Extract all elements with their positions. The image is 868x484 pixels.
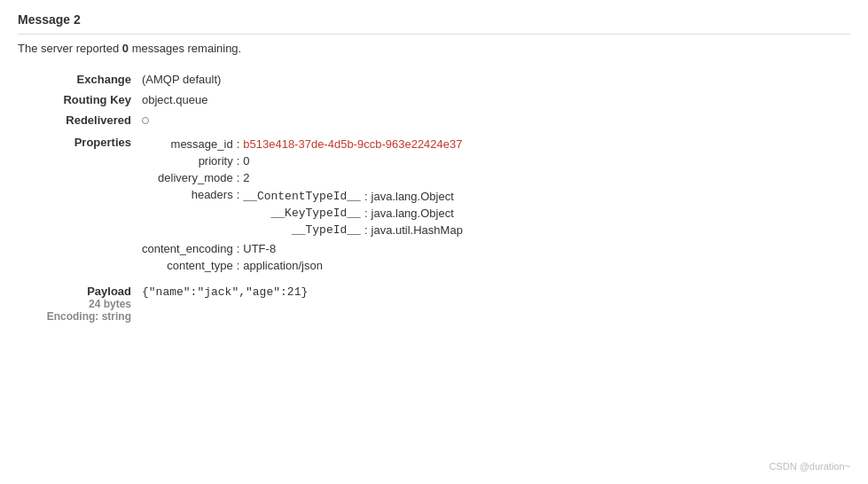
exchange-value: (AMQP default) bbox=[142, 69, 850, 90]
header-colon-1: : bbox=[364, 205, 371, 222]
prop-message-id-value: b513e418-37de-4d5b-9ccb-963e22424e37 bbox=[243, 136, 470, 152]
prop-priority-row: priority : 0 bbox=[142, 152, 470, 169]
exchange-row: Exchange (AMQP default) bbox=[18, 69, 850, 90]
message-title: Message 2 bbox=[18, 12, 850, 35]
prop-priority-colon: : bbox=[237, 152, 244, 169]
prop-content-type-label: content_type bbox=[142, 257, 237, 274]
routing-key-value: object.queue bbox=[142, 90, 850, 110]
redelivered-dot bbox=[142, 117, 149, 124]
prop-content-type-colon: : bbox=[237, 257, 244, 274]
header-row-1: __KeyTypeId__:java.lang.Object bbox=[243, 205, 466, 222]
prop-message-id-colon: : bbox=[237, 136, 244, 152]
prop-priority-value: 0 bbox=[243, 152, 470, 169]
prop-delivery-mode-value: 2 bbox=[243, 169, 470, 186]
prop-content-type-row: content_type : application/json bbox=[142, 257, 470, 274]
routing-key-label: Routing Key bbox=[18, 90, 142, 110]
redelivered-label: Redelivered bbox=[18, 110, 142, 130]
header-value-1: java.lang.Object bbox=[371, 205, 466, 222]
header-value-0: java.lang.Object bbox=[371, 188, 466, 205]
header-key-2: __TypeId__ bbox=[243, 222, 364, 238]
server-message-text: The server reported bbox=[18, 42, 119, 55]
prop-delivery-mode-row: delivery_mode : 2 bbox=[142, 169, 470, 186]
page-container: Message 2 The server reported 0 messages… bbox=[0, 0, 868, 484]
payload-size: 24 bytes bbox=[18, 298, 131, 310]
header-value-2: java.util.HashMap bbox=[371, 222, 466, 238]
prop-content-encoding-label: content_encoding bbox=[142, 240, 237, 257]
payload-encoding: Encoding: string bbox=[18, 310, 131, 323]
prop-delivery-mode-colon: : bbox=[237, 169, 244, 186]
header-colon-0: : bbox=[364, 188, 371, 205]
server-info: The server reported 0 messages remaining… bbox=[18, 42, 850, 55]
message-id-text: b513e418-37de-4d5b-9ccb-963e22424e37 bbox=[243, 137, 462, 151]
fields-table: Exchange (AMQP default) Routing Key obje… bbox=[18, 69, 850, 326]
payload-label-cell: Payload 24 bytes Encoding: string bbox=[18, 277, 142, 326]
prop-message-id-label: message_id bbox=[142, 136, 237, 152]
prop-content-encoding-value: UTF-8 bbox=[243, 240, 470, 257]
prop-headers-row: headers : __ContentTypeId__:java.lang.Ob… bbox=[142, 186, 470, 240]
prop-headers-value: __ContentTypeId__:java.lang.Object__KeyT… bbox=[243, 186, 470, 240]
redelivered-row: Redelivered bbox=[18, 110, 850, 130]
payload-label: Payload bbox=[18, 285, 131, 298]
header-colon-2: : bbox=[364, 222, 371, 238]
watermark: CSDN @duration~ bbox=[769, 461, 850, 472]
payload-value: {"name":"jack","age":21} bbox=[142, 277, 850, 326]
messages-remaining-text: messages remaining. bbox=[132, 42, 242, 55]
header-key-1: __KeyTypeId__ bbox=[243, 205, 364, 222]
payload-content: {"name":"jack","age":21} bbox=[142, 282, 308, 299]
exchange-label: Exchange bbox=[18, 69, 142, 90]
prop-headers-label: headers bbox=[142, 186, 237, 240]
prop-content-encoding-colon: : bbox=[237, 240, 244, 257]
payload-row: Payload 24 bytes Encoding: string {"name… bbox=[18, 277, 850, 326]
header-row-0: __ContentTypeId__:java.lang.Object bbox=[243, 188, 466, 205]
properties-table: message_id : b513e418-37de-4d5b-9ccb-963… bbox=[142, 136, 470, 274]
header-key-0: __ContentTypeId__ bbox=[243, 188, 364, 205]
routing-key-row: Routing Key object.queue bbox=[18, 90, 850, 110]
prop-content-encoding-row: content_encoding : UTF-8 bbox=[142, 240, 470, 257]
redelivered-value bbox=[142, 110, 850, 130]
prop-message-id-row: message_id : b513e418-37de-4d5b-9ccb-963… bbox=[142, 136, 470, 152]
properties-label: Properties bbox=[18, 130, 142, 277]
properties-row: Properties message_id : b513e418-37de-4d… bbox=[18, 130, 850, 277]
messages-count: 0 bbox=[122, 42, 129, 55]
properties-value: message_id : b513e418-37de-4d5b-9ccb-963… bbox=[142, 130, 850, 277]
prop-delivery-mode-label: delivery_mode bbox=[142, 169, 237, 186]
prop-priority-label: priority bbox=[142, 152, 237, 169]
headers-sub-table: __ContentTypeId__:java.lang.Object__KeyT… bbox=[243, 188, 466, 238]
prop-content-type-value: application/json bbox=[243, 257, 470, 274]
header-row-2: __TypeId__:java.util.HashMap bbox=[243, 222, 466, 238]
